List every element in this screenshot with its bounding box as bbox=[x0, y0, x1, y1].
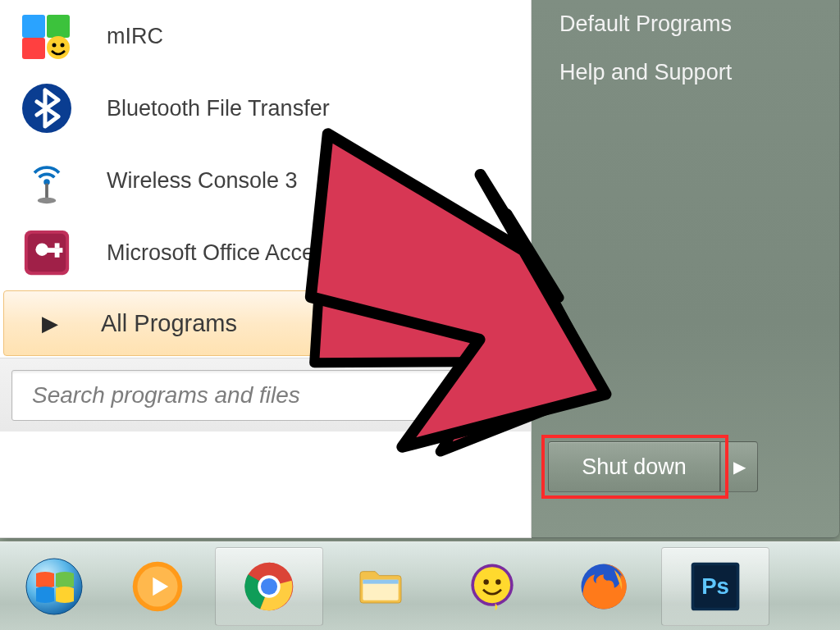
all-programs-label: All Programs bbox=[101, 310, 237, 337]
all-programs-button[interactable]: ▶ All Programs bbox=[3, 290, 527, 356]
wireless-icon bbox=[18, 152, 75, 209]
program-label: Microsoft Office Access 2007 bbox=[107, 240, 494, 266]
start-orb-icon bbox=[25, 557, 84, 616]
svg-point-4 bbox=[52, 43, 57, 48]
svg-rect-0 bbox=[22, 15, 45, 38]
shutdown-options-button[interactable]: ▶ bbox=[720, 441, 758, 492]
right-pane-help-support[interactable]: Help and Support bbox=[532, 48, 839, 97]
svg-rect-8 bbox=[45, 184, 48, 199]
svg-point-29 bbox=[483, 579, 488, 584]
yahoo-messenger-icon bbox=[463, 557, 522, 616]
taskbar-item-yahoo-messenger[interactable] bbox=[438, 547, 546, 626]
chevron-right-icon: ▶ bbox=[733, 457, 746, 477]
svg-point-28 bbox=[474, 567, 510, 603]
search-area: Search programs and files bbox=[0, 358, 531, 431]
mirc-icon bbox=[18, 7, 75, 65]
program-item-access[interactable]: Microsoft Office Access 2007 ▶ bbox=[0, 217, 531, 289]
svg-rect-26 bbox=[363, 579, 398, 583]
taskbar-item-media-player[interactable] bbox=[103, 547, 212, 626]
chrome-icon bbox=[240, 557, 299, 616]
media-player-icon bbox=[128, 557, 187, 616]
explorer-icon bbox=[351, 557, 410, 616]
svg-rect-14 bbox=[55, 243, 60, 248]
svg-line-17 bbox=[494, 397, 500, 404]
photoshop-icon: Ps bbox=[686, 557, 745, 616]
program-label: mIRC bbox=[107, 24, 516, 49]
right-pane-item-label: Default Programs bbox=[559, 11, 732, 36]
svg-point-9 bbox=[38, 198, 57, 204]
taskbar-item-firefox[interactable] bbox=[550, 547, 658, 626]
taskbar-item-chrome[interactable] bbox=[215, 547, 323, 626]
shutdown-button[interactable]: Shut down bbox=[548, 441, 720, 492]
taskbar-item-explorer[interactable] bbox=[326, 547, 435, 626]
svg-point-24 bbox=[261, 578, 277, 594]
program-item-mirc[interactable]: mIRC bbox=[0, 0, 531, 72]
search-input[interactable]: Search programs and files bbox=[11, 370, 519, 421]
bluetooth-icon bbox=[18, 80, 75, 137]
svg-rect-15 bbox=[55, 253, 60, 258]
program-label: Bluetooth File Transfer bbox=[107, 96, 516, 121]
program-label: Wireless Console 3 bbox=[107, 168, 516, 194]
submenu-arrow-icon: ▶ bbox=[494, 242, 508, 263]
taskbar: Ps bbox=[0, 541, 840, 630]
access-icon bbox=[18, 224, 75, 281]
svg-rect-13 bbox=[45, 248, 62, 253]
start-menu-left-pane: mIRC Bluetooth File Transfer bbox=[0, 0, 532, 538]
taskbar-start-button[interactable] bbox=[8, 547, 100, 626]
firefox-icon bbox=[574, 557, 633, 616]
triangle-right-icon: ▶ bbox=[42, 311, 58, 336]
search-icon bbox=[477, 381, 504, 410]
program-item-bluetooth[interactable]: Bluetooth File Transfer bbox=[0, 72, 531, 144]
right-pane-item-label: Help and Support bbox=[559, 60, 732, 84]
svg-text:Ps: Ps bbox=[701, 573, 729, 599]
right-pane-default-programs[interactable]: Default Programs bbox=[532, 0, 839, 48]
shutdown-group: Shut down ▶ bbox=[548, 441, 758, 492]
svg-point-3 bbox=[47, 36, 70, 59]
svg-rect-1 bbox=[47, 15, 70, 38]
recent-programs-list: mIRC Bluetooth File Transfer bbox=[0, 0, 531, 289]
svg-point-5 bbox=[61, 43, 65, 48]
search-placeholder: Search programs and files bbox=[32, 382, 477, 409]
taskbar-item-photoshop[interactable]: Ps bbox=[661, 547, 769, 626]
svg-rect-2 bbox=[22, 38, 45, 59]
shutdown-label: Shut down bbox=[582, 454, 687, 480]
svg-point-30 bbox=[495, 579, 500, 584]
program-item-wireless[interactable]: Wireless Console 3 bbox=[0, 144, 531, 217]
